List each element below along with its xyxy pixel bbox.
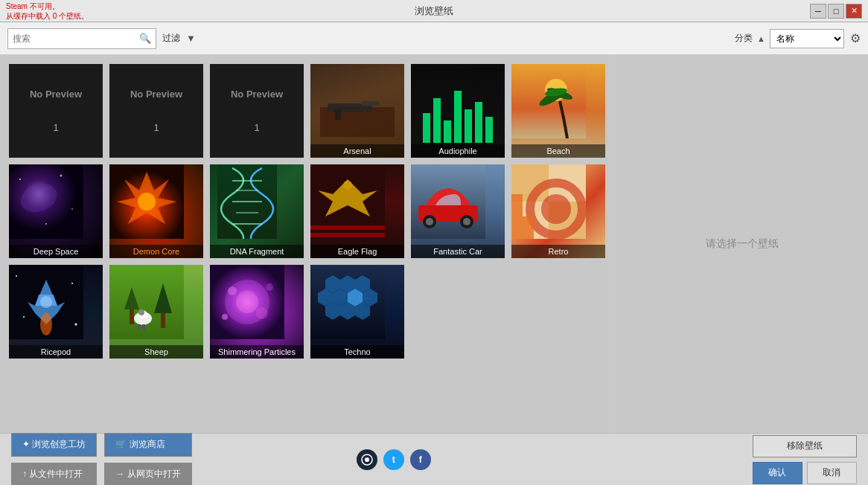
list-item[interactable]: Techno <box>309 263 406 360</box>
right-panel-placeholder: 请选择一个壁纸 <box>706 237 779 251</box>
svg-point-42 <box>16 275 17 277</box>
svg-rect-3 <box>335 109 341 120</box>
svg-point-44 <box>23 316 25 318</box>
svg-point-38 <box>541 194 571 224</box>
wallpaper-label: Retro <box>511 245 605 258</box>
svg-rect-46 <box>109 265 184 339</box>
svg-rect-49 <box>130 309 134 324</box>
svg-rect-2 <box>361 101 380 106</box>
sort-arrow-icon[interactable]: ▲ <box>757 34 765 43</box>
list-item[interactable]: Beach <box>510 62 607 159</box>
filter-icon[interactable]: ▼ <box>186 33 196 44</box>
right-actions: 移除壁纸 确认 取消 <box>753 435 857 484</box>
wallpaper-thumb: Ricepod <box>9 265 103 359</box>
browse-workshop-button[interactable]: ✦ 浏览创意工坊 <box>11 433 97 457</box>
facebook-icon[interactable]: f <box>410 449 431 470</box>
svg-point-58 <box>236 291 258 313</box>
svg-point-31 <box>426 218 433 225</box>
list-item[interactable]: Audiophile <box>409 62 506 159</box>
wallpaper-label: Shimmering Particles <box>210 345 304 359</box>
filter-label: 过滤 <box>162 32 180 45</box>
wallpaper-thumb: DNA Fragment <box>210 164 304 258</box>
search-icon[interactable]: 🔍 <box>139 33 151 44</box>
list-item[interactable]: No Preview 1 <box>208 62 305 159</box>
wallpaper-thumb: Techno <box>310 265 404 359</box>
list-item[interactable]: Sheep <box>108 263 205 360</box>
wallpaper-label: Deep Space <box>9 245 103 258</box>
list-item[interactable]: DNA Fragment <box>208 163 305 260</box>
main-content: No Preview 1 No Preview 1 No Preview 1 <box>0 55 868 433</box>
wallpaper-label: Demon Core <box>109 245 203 258</box>
wallpaper-thumb: Eagle Flag <box>310 164 404 258</box>
svg-point-55 <box>138 309 144 315</box>
wallpaper-thumb: No Preview 1 <box>109 64 203 158</box>
svg-point-43 <box>71 283 73 284</box>
svg-point-76 <box>365 457 369 462</box>
wallpaper-grid: No Preview 1 No Preview 1 No Preview 1 <box>0 55 615 433</box>
bottom-bar: ✦ 浏览创意工坊 ↑ 从文件中打开 🛒 浏览商店 → 从网页中打开 t f 移除… <box>0 433 868 485</box>
toolbar: 🔍 过滤 ▼ 分类 ▲ 名称 ⚙ <box>0 22 868 55</box>
wallpaper-label: Fantastic Car <box>411 245 505 258</box>
list-item[interactable]: Deep Space <box>7 163 104 260</box>
svg-point-13 <box>71 208 73 210</box>
search-box[interactable]: 🔍 <box>7 28 156 49</box>
svg-point-12 <box>45 223 47 225</box>
wallpaper-label: Beach <box>511 144 605 158</box>
settings-icon[interactable]: ⚙ <box>850 31 861 45</box>
wallpaper-thumb: Shimmering Particles <box>210 265 304 359</box>
svg-point-11 <box>60 175 63 177</box>
wallpaper-thumb: Audiophile <box>411 64 505 158</box>
svg-point-59 <box>228 286 237 295</box>
svg-point-33 <box>463 218 470 225</box>
list-item[interactable]: Eagle Flag <box>309 163 406 260</box>
minimize-button[interactable]: ─ <box>810 4 826 19</box>
wallpaper-thumb: Sheep <box>109 265 203 359</box>
list-item[interactable]: Retro <box>510 163 607 260</box>
steam-icon[interactable] <box>357 449 377 470</box>
right-panel: 请选择一个壁纸 <box>615 55 868 433</box>
list-item[interactable]: Fantastic Car <box>409 163 506 260</box>
cancel-button[interactable]: 取消 <box>807 462 857 484</box>
list-item[interactable]: No Preview 1 <box>7 62 104 159</box>
wallpaper-thumb: Beach <box>511 64 605 158</box>
wallpaper-label: Sheep <box>109 345 203 359</box>
list-item[interactable]: Ricepod <box>7 263 104 360</box>
list-item[interactable]: Shimmering Particles <box>208 263 305 360</box>
sort-label: 分类 <box>735 32 753 45</box>
browse-store-button[interactable]: 🛒 浏览商店 <box>104 433 191 457</box>
list-item[interactable]: No Preview 1 <box>108 62 205 159</box>
svg-rect-50 <box>161 313 165 328</box>
maximize-button[interactable]: □ <box>828 4 844 19</box>
sort-section: 分类 ▲ 名称 <box>735 29 844 48</box>
twitter-icon[interactable]: t <box>383 449 404 470</box>
remove-wallpaper-button[interactable]: 移除壁纸 <box>753 435 857 457</box>
window-controls: ─ □ ✕ <box>810 4 862 19</box>
list-item[interactable]: Arsenal <box>309 62 406 159</box>
wallpaper-label: Ricepod <box>9 345 103 359</box>
wallpaper-thumb: No Preview 1 <box>9 64 103 158</box>
window-title: 浏览壁纸 <box>415 4 453 18</box>
open-web-button[interactable]: → 从网页中打开 <box>104 463 191 486</box>
list-item[interactable]: Demon Core <box>108 163 205 260</box>
svg-point-41 <box>40 313 52 335</box>
close-button[interactable]: ✕ <box>846 4 862 19</box>
svg-point-62 <box>266 283 273 291</box>
sort-select[interactable]: 名称 <box>770 29 844 48</box>
confirm-button[interactable]: 确认 <box>753 462 802 484</box>
wallpaper-label: Techno <box>310 345 404 359</box>
svg-point-45 <box>75 324 77 326</box>
title-bar: Steam 不可用。 从缓存中载入 0 个壁纸。 浏览壁纸 ─ □ ✕ <box>0 0 868 22</box>
open-file-button[interactable]: ↑ 从文件中打开 <box>11 463 97 486</box>
wallpaper-label: Eagle Flag <box>310 245 404 258</box>
svg-point-25 <box>343 181 352 190</box>
wallpaper-thumb: No Preview 1 <box>210 64 304 158</box>
wallpaper-label: DNA Fragment <box>210 245 304 258</box>
svg-point-40 <box>40 296 52 308</box>
svg-rect-54 <box>142 324 145 330</box>
social-icons: t f <box>357 449 431 470</box>
wallpaper-thumb: Arsenal <box>310 64 404 158</box>
svg-point-61 <box>222 314 228 320</box>
wallpaper-thumb: Fantastic Car <box>411 164 505 258</box>
wallpaper-thumb: Demon Core <box>109 164 203 258</box>
search-input[interactable] <box>13 33 139 44</box>
